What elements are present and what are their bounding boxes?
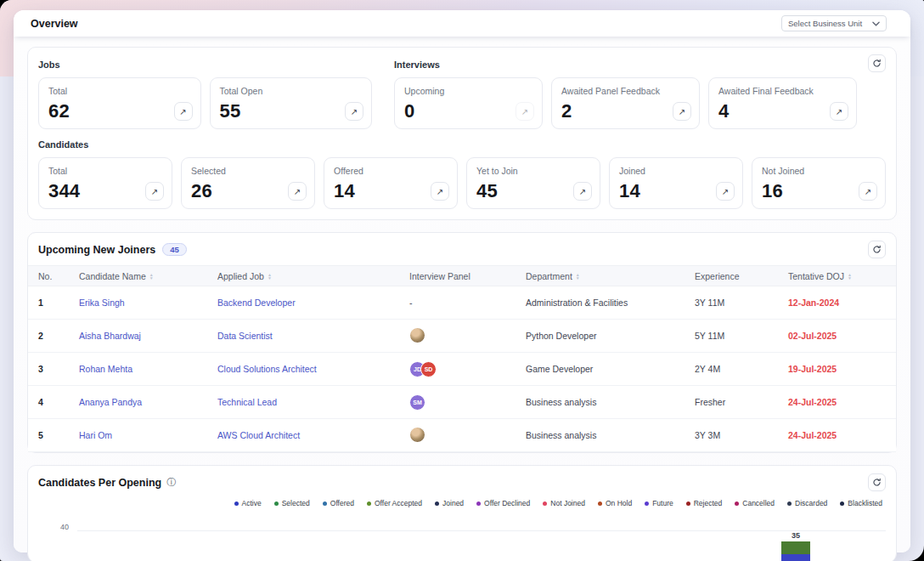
joiners-refresh-button[interactable] (868, 241, 886, 258)
info-icon[interactable]: ⓘ (166, 478, 176, 487)
legend-dot (840, 502, 844, 506)
column-header[interactable]: Department ▲▼ (526, 271, 695, 281)
legend-item[interactable]: Joined (435, 499, 464, 507)
joiners-titlebar: Upcoming New Joiners 45 (28, 241, 896, 265)
sort-icon[interactable]: ▲▼ (848, 273, 852, 280)
applied-job-link[interactable]: Backend Developer (217, 298, 296, 308)
legend-item[interactable]: On Hold (598, 499, 632, 507)
cell-candidate-name: Hari Om (79, 430, 217, 440)
stat-card-open-button[interactable]: ↗ (174, 102, 193, 121)
cell-experience: 5Y 11M (695, 331, 788, 341)
candidates-group: Candidates Total 344 ↗ Selected (38, 139, 886, 209)
stat-card-label: Joined (619, 166, 733, 176)
applied-job-link[interactable]: Data Scientist (217, 331, 273, 341)
legend-label: Discarded (795, 499, 827, 507)
legend-item[interactable]: Active (234, 499, 262, 507)
legend-label: Future (652, 499, 673, 507)
candidate-name-link[interactable]: Aisha Bhardwaj (79, 331, 141, 341)
applied-job-link[interactable]: AWS Cloud Architect (217, 430, 300, 440)
stat-card-open-button[interactable]: ↗ (516, 102, 534, 121)
cell-experience: Fresher (695, 397, 788, 407)
stat-card: Joined 14 ↗ (609, 157, 743, 209)
arrow-up-right-icon: ↗ (679, 107, 685, 116)
cell-tentative-doj: 24-Jul-2025 (788, 430, 886, 440)
candidate-name-link[interactable]: Ananya Pandya (79, 397, 142, 407)
legend-item[interactable]: Selected (274, 499, 310, 507)
arrow-up-right-icon: ↗ (351, 107, 358, 116)
column-header-label: Experience (695, 271, 740, 281)
stat-card: Total 62 ↗ (38, 77, 201, 129)
legend-item[interactable]: Blacklisted (840, 499, 882, 507)
legend-dot (234, 502, 239, 506)
column-header[interactable]: Interview Panel ▲▼ (409, 271, 526, 281)
candidate-name-link[interactable]: Hari Om (79, 430, 112, 440)
panel-placeholder: - (409, 298, 413, 308)
cell-tentative-doj: 24-Jul-2025 (788, 397, 886, 407)
sort-icon[interactable]: ▲▼ (268, 273, 272, 280)
legend-item[interactable]: Future (645, 499, 673, 507)
stat-card-open-button[interactable]: ↗ (830, 102, 848, 121)
legend-dot (476, 502, 481, 506)
stat-card-open-button[interactable]: ↗ (573, 182, 592, 201)
cell-applied-job: AWS Cloud Architect (217, 430, 409, 440)
candidates-per-opening-section: Candidates Per Opening ⓘ Active (27, 465, 897, 561)
stat-card-label: Total (48, 166, 162, 176)
stats-refresh-button[interactable] (868, 54, 886, 72)
jobs-group: Jobs Total 62 ↗ Total (38, 56, 372, 129)
chart-refresh-button[interactable] (868, 473, 886, 491)
stats-section: Jobs Total 62 ↗ Total (27, 47, 897, 220)
column-header[interactable]: Experience ▲▼ (695, 271, 788, 281)
column-header-label: Interview Panel (409, 271, 470, 281)
stacked-bar[interactable]: 35 (781, 531, 810, 561)
page-header: Overview Select Business Unit (14, 10, 910, 37)
interviews-group: Interviews Upcoming 0 ↗ (394, 56, 886, 129)
stat-card-open-button[interactable]: ↗ (345, 102, 363, 121)
stat-card-label: Offered (334, 166, 448, 176)
upcoming-joiners-section: Upcoming New Joiners 45 No. ▲▼ (27, 232, 897, 453)
table-row: 4 Ananya Pandya Technical Lead SM Busine… (28, 386, 896, 419)
candidate-name-link[interactable]: Rohan Mehta (79, 364, 132, 374)
cell-candidate-name: Rohan Mehta (79, 364, 217, 374)
arrow-up-right-icon: ↗ (437, 187, 443, 196)
stat-card-value: 55 (220, 100, 363, 122)
stat-card-open-button[interactable]: ↗ (859, 182, 877, 201)
legend-label: Joined (442, 499, 464, 507)
stat-card-open-button[interactable]: ↗ (431, 182, 449, 201)
stat-card-open-button[interactable]: ↗ (716, 182, 735, 201)
legend-item[interactable]: Not Joined (543, 499, 585, 507)
legend-item[interactable]: Discarded (787, 499, 827, 507)
arrow-up-right-icon: ↗ (294, 187, 301, 196)
applied-job-link[interactable]: Technical Lead (217, 397, 277, 407)
stat-card-label: Selected (191, 166, 305, 176)
legend-label: On Hold (606, 499, 632, 507)
legend-item[interactable]: Offer Declined (476, 499, 530, 507)
legend-item[interactable]: Rejected (686, 499, 723, 507)
business-unit-select[interactable]: Select Business Unit (781, 15, 887, 31)
legend-item[interactable]: Offered (323, 499, 354, 507)
stat-card-value: 62 (48, 100, 191, 122)
stat-card-open-button[interactable]: ↗ (673, 102, 691, 121)
stat-card-label: Awaited Final Feedback (718, 86, 847, 96)
column-header[interactable]: Applied Job ▲▼ (217, 271, 409, 281)
cell-interview-panel: - (409, 298, 526, 308)
refresh-icon (872, 478, 882, 487)
legend-item[interactable]: Cancelled (735, 499, 775, 507)
cell-tentative-doj: 19-Jul-2025 (788, 364, 886, 374)
candidates-cards: Total 344 ↗ Selected 26 ↗ (38, 157, 886, 209)
applied-job-link[interactable]: Cloud Solutions Architect (217, 364, 317, 374)
sort-icon[interactable]: ▲▼ (576, 273, 580, 280)
page-title: Overview (31, 18, 78, 30)
stat-card: Offered 14 ↗ (324, 157, 458, 209)
stat-card-open-button[interactable]: ↗ (288, 182, 307, 201)
overview-panel: Overview Select Business Unit Jobs (14, 10, 910, 552)
sort-icon[interactable]: ▲▼ (149, 273, 154, 280)
column-header[interactable]: Tentative DOJ ▲▼ (788, 271, 886, 281)
cell-interview-panel (409, 327, 526, 345)
column-header[interactable]: Candidate Name ▲▼ (79, 271, 217, 281)
stat-card-open-button[interactable]: ↗ (145, 182, 164, 201)
legend-dot (645, 502, 649, 506)
column-header[interactable]: No. ▲▼ (38, 271, 79, 281)
arrow-up-right-icon: ↗ (865, 187, 871, 196)
legend-item[interactable]: Offer Accepted (367, 499, 422, 507)
candidate-name-link[interactable]: Erika Singh (79, 298, 125, 308)
